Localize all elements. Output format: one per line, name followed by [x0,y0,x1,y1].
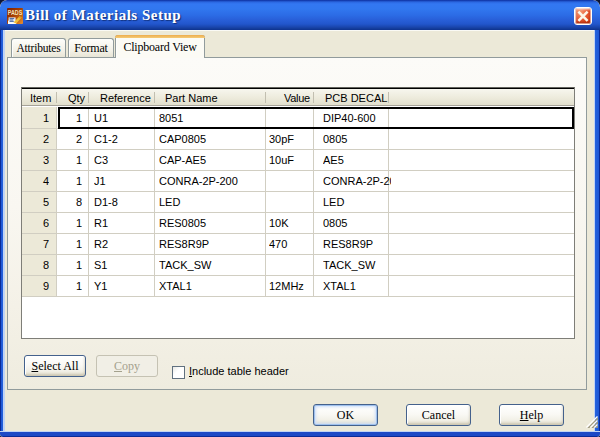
svg-text:PADS: PADS [8,8,23,17]
